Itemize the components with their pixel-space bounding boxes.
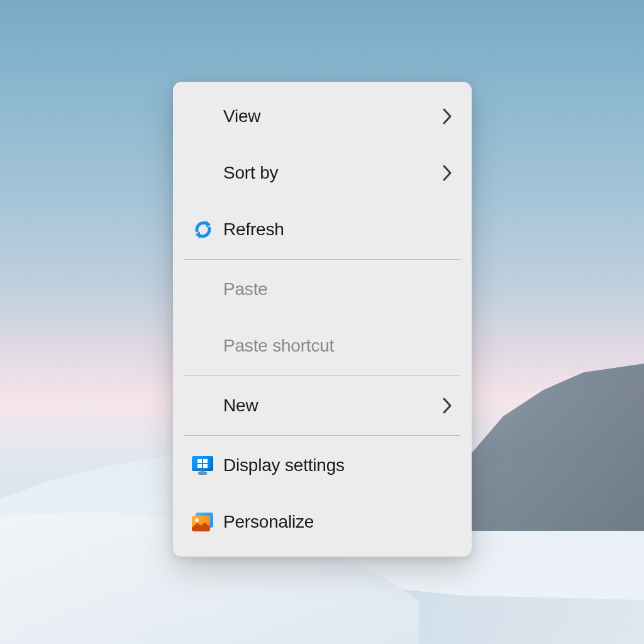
menu-label: Display settings (223, 455, 453, 475)
chevron-right-icon (441, 107, 453, 126)
menu-label: Personalize (223, 512, 453, 532)
menu-separator (184, 435, 460, 436)
menu-item-refresh[interactable]: Refresh (173, 201, 472, 258)
menu-item-paste-shortcut: Paste shortcut (173, 318, 472, 374)
menu-label: Refresh (223, 219, 453, 240)
menu-item-view[interactable]: View (173, 88, 472, 145)
chevron-right-icon (441, 396, 453, 415)
personalize-icon (192, 513, 223, 531)
chevron-right-icon (441, 164, 453, 182)
menu-item-personalize[interactable]: Personalize (173, 494, 472, 550)
menu-label: Paste (223, 279, 453, 299)
menu-label: Paste shortcut (223, 336, 453, 356)
refresh-icon (192, 218, 223, 241)
menu-label: View (223, 106, 441, 126)
desktop-wallpaper-ridge (443, 355, 644, 531)
menu-label: New (223, 396, 441, 416)
menu-item-sort-by[interactable]: Sort by (173, 145, 472, 201)
menu-item-new[interactable]: New (173, 377, 472, 434)
menu-item-paste: Paste (173, 261, 472, 318)
desktop-context-menu: View Sort by Refresh Paste (173, 82, 472, 557)
display-settings-icon (192, 456, 223, 475)
menu-separator (184, 259, 460, 260)
menu-item-display-settings[interactable]: Display settings (173, 437, 472, 494)
menu-label: Sort by (223, 163, 441, 183)
menu-separator (184, 375, 460, 376)
